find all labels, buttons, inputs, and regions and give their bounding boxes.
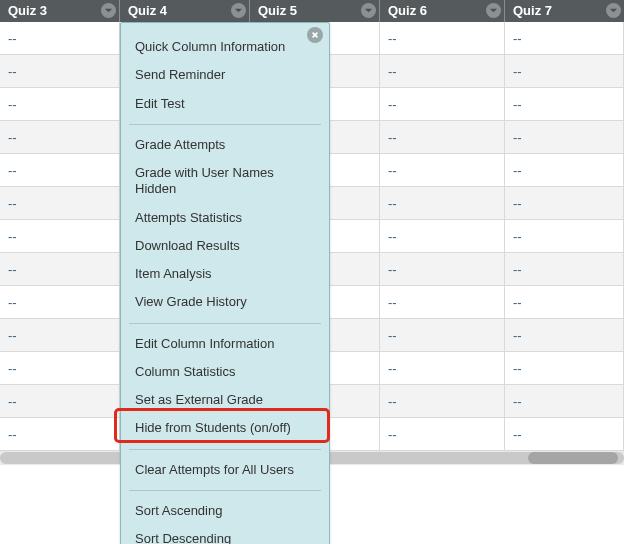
menu-group: Clear Attempts for All Users (121, 452, 329, 488)
grade-cell[interactable]: -- (380, 187, 505, 220)
grade-cell[interactable]: -- (0, 121, 120, 154)
menu-item-item-analysis[interactable]: Item Analysis (121, 260, 329, 288)
menu-item-send-reminder[interactable]: Send Reminder (121, 61, 329, 89)
menu-group: Grade AttemptsGrade with User Names Hidd… (121, 127, 329, 321)
grade-cell[interactable]: -- (380, 286, 505, 319)
grade-cell[interactable]: -- (0, 352, 120, 385)
grade-cell[interactable]: -- (505, 253, 624, 286)
menu-item-quick-column-information[interactable]: Quick Column Information (121, 33, 329, 61)
menu-item-hide-from-students-on-off[interactable]: Hide from Students (on/off) (121, 414, 329, 442)
grade-cell[interactable]: -- (0, 55, 120, 88)
menu-separator (129, 124, 321, 125)
column-header-label: Quiz 7 (513, 3, 552, 18)
grade-cell[interactable]: -- (0, 154, 120, 187)
menu-item-column-statistics[interactable]: Column Statistics (121, 358, 329, 386)
grade-cell[interactable]: -- (505, 88, 624, 121)
grade-cell[interactable]: -- (505, 22, 624, 55)
grade-cell[interactable]: -- (380, 220, 505, 253)
grade-cell[interactable]: -- (505, 220, 624, 253)
grade-cell[interactable]: -- (0, 88, 120, 121)
menu-separator (129, 323, 321, 324)
grade-cell[interactable]: -- (380, 22, 505, 55)
grade-cell[interactable]: -- (0, 286, 120, 319)
menu-group: Quick Column InformationSend ReminderEdi… (121, 29, 329, 122)
chevron-down-icon[interactable] (486, 3, 501, 18)
column-header-quiz-6[interactable]: Quiz 6 (380, 0, 505, 22)
grade-cell[interactable]: -- (505, 55, 624, 88)
column-header-quiz-4[interactable]: Quiz 4 (120, 0, 250, 22)
grade-cell[interactable]: -- (0, 220, 120, 253)
menu-item-clear-attempts-for-all-users[interactable]: Clear Attempts for All Users (121, 456, 329, 484)
grade-cell[interactable]: -- (0, 187, 120, 220)
column-header-label: Quiz 6 (388, 3, 427, 18)
grade-cell[interactable]: -- (380, 319, 505, 352)
chevron-down-icon[interactable] (606, 3, 621, 18)
column-header-quiz-5[interactable]: Quiz 5 (250, 0, 380, 22)
grade-cell[interactable]: -- (505, 286, 624, 319)
grade-cell[interactable]: -- (505, 187, 624, 220)
menu-item-grade-attempts[interactable]: Grade Attempts (121, 131, 329, 159)
grade-cell[interactable]: -- (380, 418, 505, 451)
column-options-menu: Quick Column InformationSend ReminderEdi… (120, 22, 330, 544)
grade-cell[interactable]: -- (380, 385, 505, 418)
grade-cell[interactable]: -- (380, 154, 505, 187)
grade-cell[interactable]: -- (380, 88, 505, 121)
grade-cell[interactable]: -- (505, 154, 624, 187)
menu-item-view-grade-history[interactable]: View Grade History (121, 288, 329, 316)
menu-group: Sort AscendingSort DescendingHide from I… (121, 493, 329, 544)
column-header-label: Quiz 3 (8, 3, 47, 18)
grade-cell[interactable]: -- (0, 418, 120, 451)
column-header-label: Quiz 4 (128, 3, 167, 18)
grade-cell[interactable]: -- (0, 385, 120, 418)
menu-item-sort-ascending[interactable]: Sort Ascending (121, 497, 329, 525)
menu-separator (129, 449, 321, 450)
grade-cell[interactable]: -- (0, 22, 120, 55)
grade-cell[interactable]: -- (380, 253, 505, 286)
column-header-quiz-3[interactable]: Quiz 3 (0, 0, 120, 22)
grade-cell[interactable]: -- (380, 55, 505, 88)
menu-separator (129, 490, 321, 491)
grade-cell[interactable]: -- (505, 352, 624, 385)
menu-item-edit-test[interactable]: Edit Test (121, 90, 329, 118)
menu-group: Edit Column InformationColumn Statistics… (121, 326, 329, 447)
menu-item-edit-column-information[interactable]: Edit Column Information (121, 330, 329, 358)
grade-cell[interactable]: -- (505, 121, 624, 154)
chevron-down-icon[interactable] (361, 3, 376, 18)
menu-item-download-results[interactable]: Download Results (121, 232, 329, 260)
close-icon[interactable] (307, 27, 323, 43)
chevron-down-icon[interactable] (231, 3, 246, 18)
grade-cell[interactable]: -- (505, 319, 624, 352)
menu-item-grade-with-user-names-hidden[interactable]: Grade with User Names Hidden (121, 159, 329, 204)
column-header-label: Quiz 5 (258, 3, 297, 18)
column-header-row: Quiz 3 Quiz 4 Quiz 5 Quiz 6 Quiz 7 (0, 0, 624, 22)
grade-cell[interactable]: -- (0, 319, 120, 352)
grade-cell[interactable]: -- (505, 418, 624, 451)
menu-item-attempts-statistics[interactable]: Attempts Statistics (121, 204, 329, 232)
grade-cell[interactable]: -- (0, 253, 120, 286)
grade-cell[interactable]: -- (380, 352, 505, 385)
chevron-down-icon[interactable] (101, 3, 116, 18)
grade-cell[interactable]: -- (380, 121, 505, 154)
menu-item-set-as-external-grade[interactable]: Set as External Grade (121, 386, 329, 414)
menu-item-sort-descending[interactable]: Sort Descending (121, 525, 329, 544)
grade-cell[interactable]: -- (505, 385, 624, 418)
column-header-quiz-7[interactable]: Quiz 7 (505, 0, 624, 22)
scrollbar-thumb[interactable] (528, 452, 618, 464)
